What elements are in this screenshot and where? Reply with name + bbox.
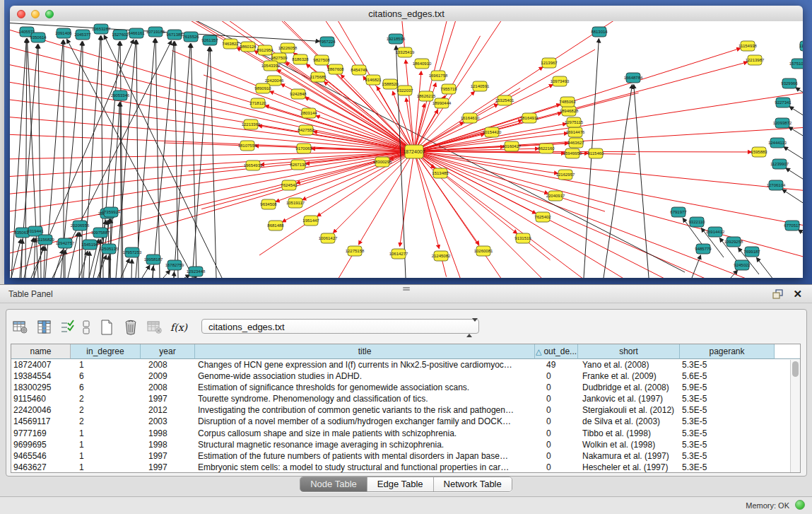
- graph-node[interactable]: 9242848: [290, 89, 307, 99]
- graph-node[interactable]: 9671385: [166, 30, 183, 40]
- graph-node[interactable]: 8681488: [267, 221, 284, 230]
- graph-node[interactable]: 8813014: [591, 27, 608, 37]
- network-canvas[interactable]: 1405571935061420914062045377106532871527…: [10, 21, 803, 278]
- graph-node[interactable]: 8427552: [298, 125, 314, 135]
- graph-node[interactable]: 10543392: [261, 61, 281, 71]
- graph-node[interactable]: 6770517: [784, 221, 801, 230]
- graph-node[interactable]: 8622160: [538, 144, 555, 153]
- graph-node[interactable]: 8912954: [257, 45, 273, 55]
- graph-node[interactable]: 10975887: [91, 228, 110, 238]
- column-header-pagerank[interactable]: pagerank: [680, 344, 775, 359]
- table-row[interactable]: 969969511998Structural magnetic resonanc…: [11, 439, 800, 450]
- clear-selection-icon[interactable]: [79, 318, 93, 337]
- graph-node[interactable]: 9322037: [396, 86, 413, 95]
- graph-node[interactable]: 16914412: [706, 227, 725, 237]
- graph-node[interactable]: 12444113: [768, 138, 787, 148]
- graph-node[interactable]: 8186328: [292, 54, 309, 64]
- graph-node[interactable]: 10160427: [502, 141, 522, 151]
- graph-node[interactable]: 18164911: [520, 113, 539, 123]
- show-columns-icon[interactable]: [34, 318, 55, 337]
- create-column-icon[interactable]: [96, 318, 117, 337]
- graph-node[interactable]: 19958187: [144, 255, 163, 264]
- graph-node[interactable]: 18300295: [373, 157, 392, 167]
- graph-node[interactable]: 10519117: [286, 198, 305, 208]
- graph-node[interactable]: 16164610: [461, 113, 480, 123]
- graph-node[interactable]: 22040917: [546, 191, 565, 201]
- graph-node[interactable]: 19218596: [387, 34, 406, 44]
- table-selector-dropdown[interactable]: citations_edges.txt: [201, 319, 479, 334]
- graph-node[interactable]: 1588520: [382, 79, 399, 89]
- graph-node[interactable]: 12706104: [767, 180, 786, 190]
- column-header-short[interactable]: short: [578, 344, 680, 359]
- table-mode-icon[interactable]: [10, 318, 31, 337]
- hub-node[interactable]: 18724007: [403, 145, 425, 158]
- graph-node[interactable]: 12942757: [56, 238, 75, 248]
- graph-node[interactable]: 15949950: [563, 148, 582, 158]
- graph-node[interactable]: 9827508: [313, 55, 330, 65]
- memory-status-icon[interactable]: [795, 500, 805, 510]
- graph-node[interactable]: 1545194: [81, 240, 98, 250]
- graph-node[interactable]: 8267130: [290, 160, 307, 170]
- graph-node[interactable]: 7955719: [440, 84, 457, 94]
- column-header-year[interactable]: year: [141, 344, 195, 359]
- graph-node[interactable]: 10154420: [483, 127, 502, 137]
- graph-node[interactable]: 9485779: [695, 244, 712, 254]
- graph-node[interactable]: 11154938: [739, 41, 757, 51]
- table-row[interactable]: 911546021997Tourette syndrome. Phenomeno…: [11, 393, 800, 404]
- graph-node[interactable]: 2803144: [300, 108, 317, 118]
- graph-node[interactable]: 18626215: [417, 91, 436, 101]
- graph-node[interactable]: 9322110: [689, 217, 706, 227]
- panel-splitter-handle[interactable]: [401, 286, 411, 291]
- graph-node[interactable]: 11239907: [770, 159, 789, 169]
- graph-node[interactable]: 10614277: [389, 249, 408, 259]
- delete-table-icon[interactable]: [144, 318, 165, 337]
- graph-node[interactable]: 21245082: [432, 251, 451, 261]
- table-row[interactable]: 946362711997Embryonic stem cells: a mode…: [11, 462, 800, 473]
- graph-node[interactable]: 18640910: [413, 59, 432, 69]
- graph-node[interactable]: 3175685: [310, 72, 326, 82]
- graph-node[interactable]: 18107554: [238, 141, 257, 151]
- graph-node[interactable]: 15751074: [789, 59, 803, 69]
- graph-node[interactable]: 15325401: [495, 95, 514, 105]
- vertical-scrollbar[interactable]: [790, 360, 800, 473]
- graph-node[interactable]: 9634508: [260, 199, 277, 209]
- graph-node[interactable]: 1527602: [112, 30, 129, 40]
- graph-node[interactable]: 1213967: [541, 58, 558, 68]
- column-header-out_de[interactable]: △out_de...: [535, 344, 578, 359]
- graph-node[interactable]: 7485063: [559, 97, 576, 107]
- graph-node[interactable]: 10260081: [474, 246, 493, 256]
- graph-node[interactable]: 1595883: [751, 147, 767, 157]
- graph-node[interactable]: 7625402: [534, 212, 551, 222]
- graph-node[interactable]: 18990444: [433, 98, 452, 108]
- tab-node-table[interactable]: Node Table: [300, 477, 367, 491]
- graph-node[interactable]: 17957253: [123, 247, 142, 257]
- graph-node[interactable]: 16648784: [624, 73, 643, 83]
- graph-node[interactable]: 9170063: [295, 144, 312, 153]
- graph-node[interactable]: 12975115: [565, 117, 584, 127]
- tab-network-table[interactable]: Network Table: [434, 477, 512, 491]
- graph-node[interactable]: 16914476: [566, 127, 585, 137]
- graph-node[interactable]: 9131519: [514, 233, 531, 243]
- graph-node[interactable]: 12213363: [242, 119, 261, 129]
- function-builder-icon[interactable]: f(x): [168, 318, 189, 337]
- table-row[interactable]: 977716911998Corpus callosum shape and si…: [11, 428, 800, 439]
- graph-node[interactable]: 9115460: [588, 148, 605, 158]
- graph-node[interactable]: 18226058: [278, 43, 298, 53]
- graph-node[interactable]: 7699187: [743, 247, 760, 257]
- graph-node[interactable]: 10653287: [92, 24, 111, 34]
- graph-node[interactable]: 20206556: [71, 221, 90, 230]
- network-graph[interactable]: 1405571935061420914062045377106532871527…: [10, 21, 803, 278]
- graph-node[interactable]: 2867608: [327, 64, 344, 74]
- graph-node[interactable]: 6466161: [128, 28, 145, 38]
- table-row[interactable]: 2242004622012Investigating the contribut…: [11, 404, 800, 416]
- graph-node[interactable]: 9463627: [567, 138, 584, 148]
- graph-node[interactable]: 12140591: [471, 81, 490, 91]
- graph-node[interactable]: 9261357: [201, 35, 218, 45]
- graph-node[interactable]: 16782759: [165, 260, 184, 270]
- graph-node[interactable]: 11156829: [36, 235, 54, 245]
- table-row[interactable]: 1872400712008Changes of HCN gene express…: [11, 359, 800, 370]
- graph-node[interactable]: 13325419: [396, 47, 415, 57]
- graph-node[interactable]: 2045377: [74, 30, 91, 40]
- column-header-in_degree[interactable]: in_degree: [71, 344, 141, 359]
- graph-node[interactable]: 10061427: [319, 233, 338, 243]
